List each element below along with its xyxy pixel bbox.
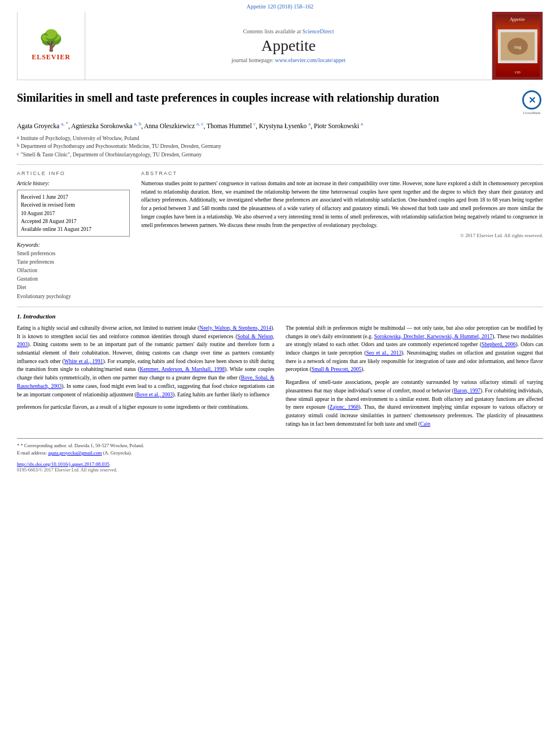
svg-text:img: img (514, 45, 520, 50)
contents-label: Contents lists available at (243, 28, 300, 34)
citation-bar: Appetite 120 (2018) 158–162 (0, 0, 560, 12)
issn-line: 0195-6663/© 2017 Elsevier Ltd. All right… (17, 467, 543, 473)
intro-heading-row: 1. Introduction (17, 313, 543, 320)
body-section: Eating is a highly social and culturally… (17, 324, 543, 433)
history-label: Article history: (17, 180, 130, 187)
abstract-heading: ABSTRACT (141, 171, 543, 176)
ref-sobal[interactable]: Sobal & Nelson, 2003 (17, 334, 274, 348)
ref-seo[interactable]: Seo et al., 2013 (366, 350, 401, 356)
cover-image-block: Appetite img 120 (492, 12, 542, 80)
article-title-section: Similarities in smell and taste preferen… (17, 90, 543, 159)
crossmark-block[interactable]: ✕ CrossMark (520, 90, 543, 115)
available-date: Available online 31 August 2017 (21, 225, 126, 233)
kw-2: Taste preferences (17, 258, 130, 267)
email-note-suffix: (A. Groyecka). (103, 450, 132, 456)
dates-box: Received 1 June 2017 Received in revised… (17, 190, 130, 237)
article-info-heading: ARTICLE INFO (17, 171, 130, 176)
kw-6: Evolutionary psychology (17, 292, 130, 301)
cover-inner: Appetite img 120 (496, 15, 540, 77)
sciencedirect-link[interactable]: ScienceDirect (302, 28, 334, 34)
corresponding-note: * * Corresponding author. ul. Dawida 1, … (17, 442, 543, 449)
intro-para-4: Regardless of smell-taste associations, … (286, 378, 543, 428)
intro-para-3: The potential shift in preferences might… (286, 324, 543, 374)
elsevier-label: ELSEVIER (32, 53, 71, 62)
kw-3: Olfaction (17, 267, 130, 275)
intro-heading: 1. Introduction (17, 313, 543, 320)
keywords-label: Keywords: (17, 241, 130, 249)
received-date: Received 1 June 2017 (21, 193, 126, 201)
ref-cain[interactable]: Cain (420, 421, 430, 427)
crossmark-icon[interactable]: ✕ (522, 90, 541, 110)
doi-anchor[interactable]: http://dx.doi.org/10.1016/j.appet.2017.0… (17, 461, 110, 467)
tree-icon: 🌳 (38, 30, 64, 51)
email-note: E-mail address: agata.groyecka@gmail.com… (17, 449, 543, 457)
ref-baron[interactable]: Baron, 1997 (454, 388, 480, 394)
abstract-col: ABSTRACT Numerous studies point to partn… (141, 171, 543, 301)
kw-1: Smell preferences (17, 250, 130, 258)
journal-title-block: Contents lists available at ScienceDirec… (85, 12, 492, 80)
ref-bove1[interactable]: Bove, Sobal, & Rauschenbach, 2003 (17, 375, 274, 389)
footnote-area: * * Corresponding author. ul. Dawida 1, … (17, 438, 543, 457)
email-label: E-mail address: (17, 450, 47, 456)
cover-placeholder: img (498, 29, 537, 63)
cover-bottom: 120 (514, 70, 520, 75)
crossmark-label: CrossMark (523, 111, 540, 115)
divider2 (17, 307, 543, 307)
article-title: Similarities in smell and taste preferen… (17, 90, 515, 105)
ref-kemmer[interactable]: Kemmer, Anderson, & Marshall, 1998 (139, 366, 224, 372)
abstract-text: Numerous studies point to partners' cong… (141, 180, 543, 229)
info-abstract-section: ARTICLE INFO Article history: Received 1… (17, 171, 543, 301)
intro-para-1: Eating is a highly social and culturally… (17, 324, 274, 399)
body-right-col: The potential shift in preferences might… (286, 324, 543, 433)
divider (17, 164, 543, 165)
ref-zajonc[interactable]: Zajonc, 1968 (330, 404, 359, 410)
kw-4: Gustation (17, 275, 130, 283)
keywords-list: Smell preferences Taste preferences Olfa… (17, 250, 130, 301)
doi-link[interactable]: http://dx.doi.org/10.1016/j.appet.2017.0… (17, 461, 543, 467)
email-link[interactable]: agata.groyecka@gmail.com (48, 450, 102, 456)
keywords-section: Keywords: Smell preferences Taste prefer… (17, 241, 130, 300)
affiliation-b: bDepartment of Psychotherapy and Psychos… (17, 142, 543, 150)
authors-line: Agata Groyecka a, *, Agnieszka Sorokowsk… (17, 120, 543, 131)
ref-sorokowska[interactable]: Sorokowska, Drechsler, Karwowski, & Humm… (374, 334, 493, 339)
ref-bove2[interactable]: Bove et al., 2003 (136, 392, 173, 397)
copyright-line: © 2017 Elsevier Ltd. All rights reserved… (141, 233, 543, 238)
article-info-box: Article history: Received 1 June 2017 Re… (17, 180, 130, 301)
footnote-star: * (17, 443, 19, 448)
ref-neely[interactable]: Neely, Walton, & Stephens, 2014 (199, 325, 271, 331)
affiliations-block: aInstitute of Psychology, University of … (17, 134, 543, 159)
article-info-col: ARTICLE INFO Article history: Received 1… (17, 171, 130, 301)
contents-available-line: Contents lists available at ScienceDirec… (243, 28, 334, 34)
cover-title-text: Appetite (510, 17, 525, 22)
corresponding-text: * Corresponding author. ul. Dawida 1, 50… (20, 443, 144, 448)
affiliation-c: c"Smell & Taste Clinic", Department of O… (17, 151, 543, 159)
intro-number: 1. (17, 313, 21, 320)
ref-small[interactable]: Small & Prescott, 2005 (312, 366, 362, 372)
kw-5: Diet (17, 283, 130, 292)
citation-text: Appetite 120 (2018) 158–162 (247, 3, 314, 10)
body-left-col: Eating is a highly social and culturally… (17, 324, 274, 433)
intro-title: Introduction (23, 313, 55, 320)
homepage-label: journal homepage: (231, 57, 274, 63)
homepage-line: journal homepage: www.elsevier.com/locat… (231, 57, 345, 63)
ref-shepherd[interactable]: Shepherd, 2006 (482, 342, 515, 347)
received-revised: Received in revised form10 August 2017 (21, 201, 126, 217)
intro-para-2: preferences for particular flavors, as a… (17, 403, 274, 412)
journal-name: Appetite (261, 37, 316, 55)
journal-header: 🌳 ELSEVIER Contents lists available at S… (17, 12, 543, 80)
elsevier-logo-block: 🌳 ELSEVIER (18, 12, 85, 80)
accepted-date: Accepted 28 August 2017 (21, 217, 126, 225)
ref-white[interactable]: White et al., 1991 (64, 359, 103, 364)
affiliation-a: aInstitute of Psychology, University of … (17, 134, 543, 142)
homepage-link[interactable]: www.elsevier.com/locate/appet (275, 57, 345, 63)
bottom-links: http://dx.doi.org/10.1016/j.appet.2017.0… (17, 461, 543, 473)
